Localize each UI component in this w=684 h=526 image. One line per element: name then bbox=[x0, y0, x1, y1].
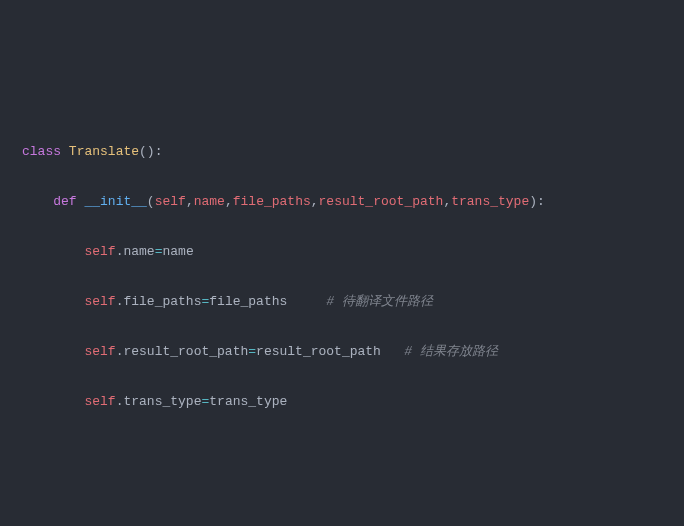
self: self bbox=[84, 394, 115, 409]
code-line: self.file_paths=file_paths # 待翻译文件路径 bbox=[22, 289, 684, 314]
punct: , bbox=[225, 194, 233, 209]
function-name: __init__ bbox=[84, 194, 146, 209]
punct: ): bbox=[529, 194, 545, 209]
attr: trans_type bbox=[123, 394, 201, 409]
param: trans_type bbox=[451, 194, 529, 209]
param: result_root_path bbox=[319, 194, 444, 209]
class-name: Translate bbox=[69, 144, 139, 159]
attr: file_paths bbox=[123, 294, 201, 309]
blank-line bbox=[22, 439, 684, 464]
self: self bbox=[84, 294, 115, 309]
punct: , bbox=[186, 194, 194, 209]
attr: name bbox=[123, 244, 154, 259]
rhs: result_root_path bbox=[256, 344, 381, 359]
param-self: self bbox=[155, 194, 186, 209]
code-block: class Translate(): def __init__(self,nam… bbox=[22, 114, 684, 526]
param: name bbox=[194, 194, 225, 209]
op-assign: = bbox=[248, 344, 256, 359]
code-line: self.result_root_path=result_root_path #… bbox=[22, 339, 684, 364]
code-line: self.name=name bbox=[22, 239, 684, 264]
code-line: class Translate(): bbox=[22, 139, 684, 164]
self: self bbox=[84, 344, 115, 359]
keyword-def: def bbox=[53, 194, 76, 209]
rhs: file_paths bbox=[209, 294, 287, 309]
punct: (): bbox=[139, 144, 162, 159]
comment: # 结果存放路径 bbox=[404, 344, 498, 359]
attr: result_root_path bbox=[123, 344, 248, 359]
rhs: name bbox=[162, 244, 193, 259]
self: self bbox=[84, 244, 115, 259]
punct: ( bbox=[147, 194, 155, 209]
code-line: def __init__(self,name,file_paths,result… bbox=[22, 189, 684, 214]
code-line: self.trans_type=trans_type bbox=[22, 389, 684, 414]
punct: , bbox=[311, 194, 319, 209]
keyword-class: class bbox=[22, 144, 61, 159]
param: file_paths bbox=[233, 194, 311, 209]
blank-line bbox=[22, 489, 684, 514]
comment: # 待翻译文件路径 bbox=[326, 294, 433, 309]
rhs: trans_type bbox=[209, 394, 287, 409]
